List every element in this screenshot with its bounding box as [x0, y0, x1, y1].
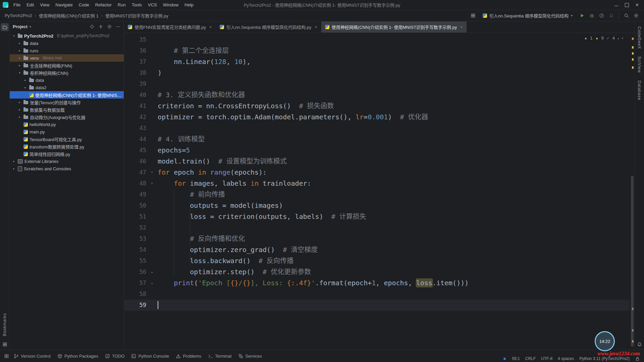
editor-tab[interactable]: 使用FNN实现鸢尾花分类经典问题.py×: [124, 21, 216, 33]
run-config-selector[interactable]: 引入nn.Sequentia 顺序模型简化代码结构 ▾: [480, 11, 576, 20]
tree-item[interactable]: ▾卷积神经网络(CNN): [10, 69, 124, 76]
line-number[interactable]: 55: [124, 255, 146, 266]
stop-button[interactable]: [608, 12, 614, 19]
locate-file-icon[interactable]: [90, 24, 95, 29]
prev-problem-icon[interactable]: ▴: [618, 37, 619, 40]
error-stripe-mark[interactable]: [632, 38, 634, 40]
tree-item[interactable]: ▸张量(Tensor)的创建与操作: [10, 99, 124, 106]
tree-item[interactable]: ▸数据集与数据加载: [10, 106, 124, 113]
scrollbar-thumb[interactable]: [631, 176, 634, 347]
line-number[interactable]: 46: [124, 156, 146, 167]
minimize-button[interactable]: [614, 4, 618, 6]
code-line[interactable]: 43: [124, 123, 630, 134]
project-toolwindow-button[interactable]: [1, 23, 9, 31]
line-number[interactable]: 42: [124, 112, 146, 123]
statusbar-indent-style[interactable]: 4 spaces: [558, 356, 574, 361]
run-configurations-icon[interactable]: [470, 12, 477, 19]
chevron-icon[interactable]: ▸: [17, 49, 22, 52]
code-line[interactable]: 49 # 前向传播: [124, 189, 630, 200]
toolwindow-switcher-icon[interactable]: [4, 354, 9, 359]
line-number[interactable]: 36: [124, 45, 146, 56]
statusbar-todo[interactable]: TODO: [105, 354, 124, 359]
run-button[interactable]: [579, 12, 585, 19]
breadcrumb-item[interactable]: 使用MNIST识别手写数字示例.py: [105, 12, 168, 19]
statusbar-line-separator[interactable]: CRLF: [525, 356, 536, 361]
code-line[interactable]: 51 loss = criterion(outputs, labels) # 计…: [124, 211, 630, 222]
toolwindow-database-button[interactable]: Database: [637, 80, 642, 100]
debug-button[interactable]: [588, 12, 595, 19]
statusbar-python-interpreter[interactable]: Python 3.11 (PyTorch2Pro2): [579, 356, 630, 361]
warning-stripe-mark[interactable]: [632, 58, 634, 61]
next-problem-icon[interactable]: ▾: [622, 37, 623, 40]
code-line[interactable]: 48▾ for images, labels in trainloader:: [124, 178, 630, 189]
line-number[interactable]: 58: [124, 289, 146, 300]
warning-stripe-mark[interactable]: [632, 46, 634, 49]
tree-item[interactable]: ▸External Libraries: [10, 158, 124, 165]
statusbar-services[interactable]: Services: [238, 354, 262, 359]
line-number[interactable]: 59: [124, 300, 146, 311]
menu-item-code[interactable]: Code: [76, 1, 92, 8]
tree-item[interactable]: ▾PyTorch2Pro2E:\python_proj\PyTorch2Pro2: [10, 32, 124, 40]
line-number[interactable]: 53: [124, 233, 146, 244]
line-number[interactable]: 38: [124, 67, 146, 78]
line-number[interactable]: 44: [124, 134, 146, 145]
tree-item[interactable]: ▸data: [10, 40, 124, 47]
code-line[interactable]: 59: [124, 300, 630, 311]
code-line[interactable]: 57▴ print('Epoch [{}/{}], Loss: {:.4f}'.…: [124, 278, 630, 289]
code-line[interactable]: 55 loss.backward() # 反向传播: [124, 255, 630, 266]
chevron-icon[interactable]: ▸: [17, 64, 22, 67]
menu-item-view[interactable]: View: [37, 1, 52, 8]
line-number[interactable]: 50: [124, 200, 146, 211]
statusbar-python-console[interactable]: Python Console: [131, 354, 169, 359]
code-line[interactable]: 39: [124, 78, 630, 89]
tab-close-icon[interactable]: ×: [315, 24, 317, 29]
menu-item-edit[interactable]: Edit: [23, 1, 37, 8]
breadcrumb-item[interactable]: 使用神经网络(CNN)介绍实例 1: [39, 12, 99, 19]
menu-item-refactor[interactable]: Refactor: [92, 1, 115, 8]
code-line[interactable]: 36 # 第二个全连接层: [124, 45, 630, 56]
chevron-icon[interactable]: ▸: [23, 86, 28, 89]
line-number[interactable]: 37: [124, 56, 146, 67]
tree-item[interactable]: ▸venvlibrary root: [10, 54, 124, 62]
code-line[interactable]: 53 # 反向传播和优化: [124, 233, 630, 244]
line-number[interactable]: 48: [124, 178, 146, 189]
chevron-icon[interactable]: ▸: [12, 160, 16, 163]
editor-tab[interactable]: 引入nn.Sequentia 顺序模型简化代码结构.py×: [216, 21, 321, 33]
line-number[interactable]: 47: [124, 167, 146, 178]
line-number[interactable]: 57: [124, 278, 146, 289]
line-number[interactable]: 52: [124, 222, 146, 233]
code-line[interactable]: 45epochs=5: [124, 145, 630, 156]
line-number[interactable]: 51: [124, 211, 146, 222]
code-line[interactable]: 44# 4. 训练模型: [124, 134, 630, 145]
maximize-button[interactable]: [625, 3, 629, 7]
notification-dot[interactable]: [503, 357, 506, 361]
line-number[interactable]: 45: [124, 145, 146, 156]
code-line[interactable]: 41criterion = nn.CrossEntropyLoss() # 损失…: [124, 101, 630, 112]
line-number[interactable]: 54: [124, 244, 146, 255]
bookmarks-toolwindow-button[interactable]: Bookmarks: [2, 313, 7, 336]
tree-item[interactable]: ▸全连接神经网络(FNN): [10, 62, 124, 69]
warning-stripe-mark[interactable]: [632, 52, 634, 55]
tab-close-icon[interactable]: ×: [209, 24, 212, 29]
line-number[interactable]: 40: [124, 89, 146, 101]
fold-marker[interactable]: ▴: [146, 278, 158, 289]
notifications-bell-icon[interactable]: [635, 340, 643, 348]
menu-item-file[interactable]: File: [10, 1, 23, 8]
search-everywhere-button[interactable]: [623, 12, 630, 19]
chevron-icon[interactable]: ▸: [23, 78, 28, 82]
chevron-icon[interactable]: ▸: [17, 101, 22, 104]
code-line[interactable]: 46model.train() # 设置模型为训练模式: [124, 156, 630, 167]
tree-item[interactable]: ▸data2: [10, 84, 124, 91]
code-line[interactable]: 58: [124, 289, 630, 300]
tree-item[interactable]: 使用神经网络(CNN)介绍实例 1- 使用MNIST识别手写数字示例.py: [10, 91, 124, 99]
chevron-icon[interactable]: ▸: [17, 115, 22, 119]
statusbar-file-encoding[interactable]: UTF-8: [541, 356, 552, 361]
tree-item[interactable]: main.py: [10, 128, 124, 135]
code-line[interactable]: 54 optimizer.zero_grad() # 清空梯度: [124, 244, 630, 255]
fold-marker[interactable]: ▾: [146, 178, 158, 189]
line-number[interactable]: 56: [124, 266, 146, 278]
menu-item-navigate[interactable]: Navigate: [52, 1, 75, 8]
line-number[interactable]: 41: [124, 101, 146, 112]
hide-panel-icon[interactable]: [116, 24, 121, 29]
chevron-icon[interactable]: ▾: [12, 34, 16, 38]
